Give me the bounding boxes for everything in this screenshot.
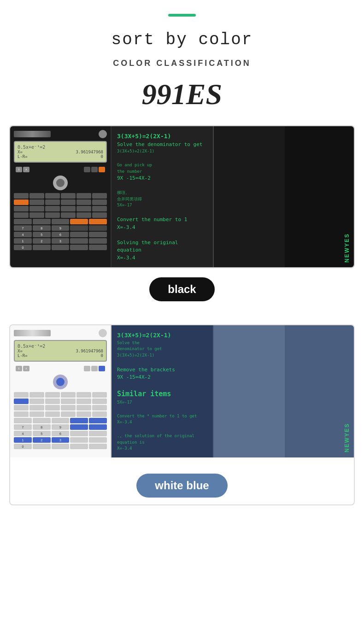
power-button [99,130,107,138]
classification-label: COLOR CLASSIFICATION [113,59,251,68]
blue-cover-panels: NEWYES [213,325,354,457]
black-cover-panels: NEWYES [213,126,354,267]
top-decoration-bar [168,14,196,17]
black-notepad: 3(3X+5)=2(2X-1) Solve the denominator to… [112,126,213,267]
sort-title: sort by color [112,30,253,49]
solar-strip [14,131,51,137]
black-product-section: 0.5x+e⁻¹=2 X=3.961947968 L-R=0 S A [9,125,355,301]
power-button-white [99,329,107,337]
white-blue-color-badge: white blue [136,474,227,498]
white-calculator: 0.5x+e⁻¹=2 X=3.961947968 L-R=0 S A [10,325,112,457]
black-calculator: 0.5x+e⁻¹=2 X=3.961947968 L-R=0 S A [10,126,112,267]
blue-notepad: 3(3X+5)=2(2X-1) Solve thedenominator to … [112,325,213,457]
brand-label: NEWYES [344,233,350,263]
black-color-badge: black [149,277,214,301]
white-blue-product-section: 0.5x+e⁻¹=2 X=3.961947968 L-R=0 S A [9,324,355,505]
brand-label-blue: NEWYES [344,423,350,452]
calculator-screen: 0.5x+e⁻¹=2 X=3.961947968 L-R=0 [14,141,107,163]
white-blue-color-label-wrapper: white blue [10,467,354,504]
solar-strip-white [14,330,51,336]
black-color-label-wrapper: black [9,277,355,301]
white-blue-product-images: 0.5x+e⁻¹=2 X=3.961947968 L-R=0 S A [10,325,354,457]
section-divider [9,315,355,324]
white-calculator-screen: 0.5x+e⁻¹=2 X=3.961947968 L-R=0 [14,340,107,362]
model-number: 991ES [142,77,222,111]
black-product-images: 0.5x+e⁻¹=2 X=3.961947968 L-R=0 S A [9,125,355,268]
